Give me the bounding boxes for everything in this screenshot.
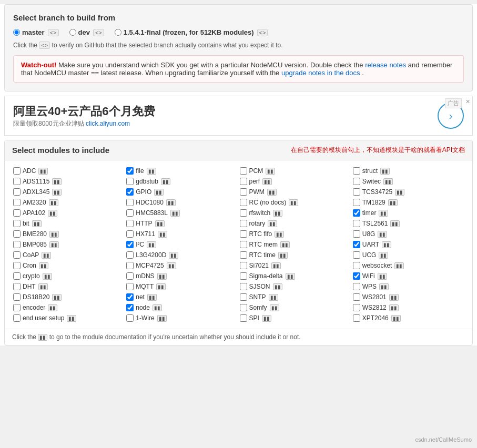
module-checkbox-uart[interactable] — [353, 241, 360, 248]
module-docs-icon[interactable]: ▮▮ — [394, 262, 404, 269]
module-docs-icon[interactable]: ▮▮ — [52, 294, 62, 301]
module-docs-icon[interactable]: ▮▮ — [280, 241, 290, 248]
module-docs-icon[interactable]: ▮▮ — [52, 189, 62, 196]
module-docs-icon[interactable]: ▮▮ — [39, 262, 48, 269]
module-docs-icon[interactable]: ▮▮ — [271, 262, 281, 269]
module-checkbox-adxl345[interactable] — [13, 188, 21, 196]
module-docs-icon[interactable]: ▮▮ — [289, 199, 298, 206]
module-checkbox-hdc1080[interactable] — [126, 199, 134, 206]
module-docs-icon[interactable]: ▮▮ — [266, 168, 275, 175]
module-docs-icon[interactable]: ▮▮ — [379, 252, 388, 259]
module-checkbox-encoder[interactable] — [13, 304, 21, 311]
module-checkbox-1-wire[interactable] — [126, 314, 134, 322]
module-docs-icon[interactable]: ▮▮ — [38, 168, 48, 175]
module-checkbox-mqtt[interactable] — [126, 283, 134, 290]
module-checkbox-ucg[interactable] — [353, 251, 360, 259]
radio-master-input[interactable] — [13, 29, 20, 36]
module-checkbox-rfswitch[interactable] — [240, 209, 247, 217]
module-checkbox-gdbstub[interactable] — [126, 178, 134, 185]
module-checkbox-sigma-delta[interactable] — [240, 272, 247, 280]
module-docs-icon[interactable]: ▮▮ — [155, 220, 165, 227]
ad-close-button[interactable]: ✕ — [465, 98, 470, 105]
module-docs-icon[interactable]: ▮▮ — [169, 252, 178, 259]
module-docs-icon[interactable]: ▮▮ — [380, 168, 390, 175]
module-checkbox-pcm[interactable] — [240, 167, 247, 175]
module-checkbox-tsl2561[interactable] — [353, 220, 360, 227]
module-checkbox-websocket[interactable] — [353, 262, 360, 269]
module-checkbox-pwm[interactable] — [240, 188, 247, 196]
module-checkbox-file[interactable] — [126, 167, 134, 175]
module-docs-icon[interactable]: ▮▮ — [273, 283, 282, 290]
module-checkbox-l3g4200d[interactable] — [126, 251, 134, 259]
module-checkbox-end-user-setup[interactable] — [13, 314, 21, 322]
module-docs-icon[interactable]: ▮▮ — [273, 210, 282, 217]
dev-code-icon[interactable]: <> — [93, 29, 104, 36]
module-checkbox-somfy[interactable] — [240, 304, 247, 311]
module-docs-icon[interactable]: ▮▮ — [154, 189, 164, 196]
radio-frozen[interactable]: 1.5.4.1-final (frozen, for 512KB modules… — [115, 28, 268, 36]
module-checkbox-hx711[interactable] — [126, 230, 134, 238]
module-docs-icon[interactable]: ▮▮ — [157, 315, 167, 322]
module-checkbox-i²c[interactable] — [126, 241, 134, 248]
module-checkbox-sntp[interactable] — [240, 293, 247, 301]
module-docs-icon[interactable]: ▮▮ — [153, 304, 162, 311]
module-checkbox-coap[interactable] — [13, 251, 21, 259]
upgrade-notes-link[interactable]: upgrade notes in the docs — [281, 69, 360, 77]
module-docs-icon[interactable]: ▮▮ — [49, 199, 58, 206]
module-docs-icon[interactable]: ▮▮ — [269, 294, 278, 301]
module-checkbox-hmc5883l[interactable] — [126, 209, 134, 217]
module-docs-icon[interactable]: ▮▮ — [378, 231, 387, 238]
module-checkbox-rtc-mem[interactable] — [240, 241, 247, 248]
module-docs-icon[interactable]: ▮▮ — [166, 199, 176, 206]
module-docs-icon[interactable]: ▮▮ — [167, 262, 176, 269]
module-docs-icon[interactable]: ▮▮ — [395, 189, 404, 196]
module-docs-icon[interactable]: ▮▮ — [42, 252, 51, 259]
module-docs-icon[interactable]: ▮▮ — [158, 231, 167, 238]
module-docs-icon[interactable]: ▮▮ — [147, 294, 157, 301]
module-docs-icon[interactable]: ▮▮ — [268, 220, 277, 227]
module-docs-icon[interactable]: ▮▮ — [170, 210, 180, 217]
module-checkbox-rc-(no-docs)[interactable] — [240, 199, 247, 206]
module-docs-icon[interactable]: ▮▮ — [147, 241, 156, 248]
module-checkbox-tm1829[interactable] — [353, 199, 360, 206]
module-docs-icon[interactable]: ▮▮ — [262, 315, 271, 322]
module-checkbox-http[interactable] — [126, 220, 134, 227]
frozen-code-icon[interactable]: <> — [257, 29, 268, 36]
module-checkbox-sjson[interactable] — [240, 283, 247, 290]
module-checkbox-bmp085[interactable] — [13, 241, 21, 248]
module-checkbox-cron[interactable] — [13, 262, 21, 269]
module-docs-icon[interactable]: ▮▮ — [382, 241, 391, 248]
module-docs-icon[interactable]: ▮▮ — [389, 294, 399, 301]
module-checkbox-dht[interactable] — [13, 283, 21, 290]
module-docs-icon[interactable]: ▮▮ — [157, 273, 167, 280]
module-docs-icon[interactable]: ▮▮ — [379, 283, 389, 290]
module-docs-icon[interactable]: ▮▮ — [48, 210, 57, 217]
module-checkbox-ws2812[interactable] — [353, 304, 360, 311]
module-checkbox-node[interactable] — [126, 304, 134, 311]
module-checkbox-spi[interactable] — [240, 314, 247, 322]
release-notes-link[interactable]: release notes — [365, 61, 406, 69]
module-checkbox-rotary[interactable] — [240, 220, 247, 227]
module-checkbox-mdns[interactable] — [126, 272, 134, 280]
module-docs-icon[interactable]: ▮▮ — [147, 168, 156, 175]
module-checkbox-gpio[interactable] — [126, 188, 134, 196]
module-docs-icon[interactable]: ▮▮ — [161, 178, 170, 185]
module-docs-icon[interactable]: ▮▮ — [379, 210, 388, 217]
branch-note-icon[interactable]: <> — [39, 42, 50, 49]
module-docs-icon[interactable]: ▮▮ — [383, 178, 393, 185]
module-docs-icon[interactable]: ▮▮ — [49, 231, 59, 238]
module-checkbox-crypto[interactable] — [13, 272, 21, 280]
module-docs-icon[interactable]: ▮▮ — [275, 231, 284, 238]
module-docs-icon[interactable]: ▮▮ — [389, 304, 399, 311]
radio-dev[interactable]: dev <> — [69, 28, 104, 36]
module-checkbox-mcp4725[interactable] — [126, 262, 134, 269]
module-docs-icon[interactable]: ▮▮ — [390, 220, 400, 227]
module-docs-icon[interactable]: ▮▮ — [67, 315, 76, 322]
module-checkbox-u8g[interactable] — [353, 230, 360, 238]
module-docs-icon[interactable]: ▮▮ — [378, 273, 387, 280]
radio-dev-input[interactable] — [69, 29, 76, 36]
module-checkbox-rtc-time[interactable] — [240, 251, 247, 259]
module-checkbox-tcs34725[interactable] — [353, 188, 360, 196]
module-checkbox-struct[interactable] — [353, 167, 360, 175]
module-checkbox-rtc-fifo[interactable] — [240, 230, 247, 238]
